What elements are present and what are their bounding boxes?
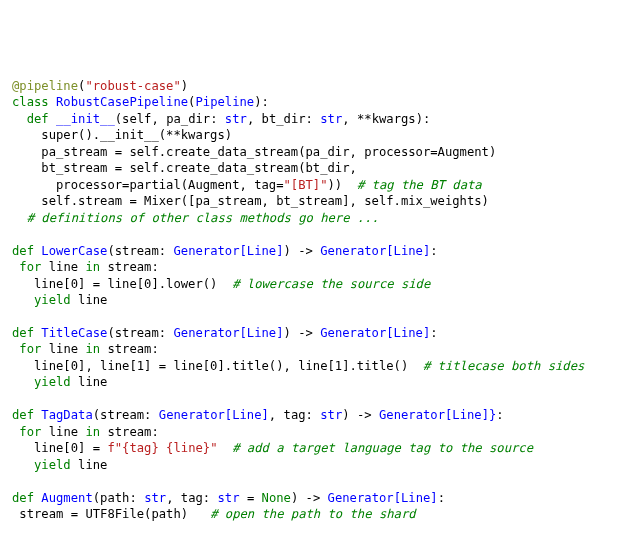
fstr-open: f"	[107, 441, 122, 455]
colon: :	[151, 260, 158, 274]
eq: =	[240, 491, 262, 505]
paren: )	[181, 79, 188, 93]
bt-tag-str: "[BT]"	[284, 178, 328, 192]
code-block: @pipeline("robust-case") class RobustCas…	[12, 78, 628, 538]
mix-rhs: Mixer([pa_stream, bt_stream], self.mix_w…	[144, 194, 489, 208]
colon: :	[438, 491, 445, 505]
decorator-name: @pipeline	[12, 79, 78, 93]
colon: :	[306, 112, 321, 126]
super-call: super().__init__(**kwargs)	[41, 128, 232, 142]
type-str: str	[320, 408, 342, 422]
paren: (	[107, 244, 114, 258]
kw-def: def	[12, 326, 34, 340]
ret-type: Generator[Line]	[320, 326, 430, 340]
fstr-body: {tag} {line}	[122, 441, 210, 455]
lc-comment: # lowercase the source side	[232, 277, 430, 291]
kw-def: def	[12, 491, 34, 505]
tc-yield: line	[78, 375, 107, 389]
augment-open: stream = UTF8File(path)	[19, 507, 188, 521]
bt-rhs-2b: ))	[328, 178, 343, 192]
arrow: ) ->	[342, 408, 379, 422]
fn-tagdata: TagData	[41, 408, 92, 422]
param-self: self	[122, 112, 151, 126]
open-comment: # open the path to the shard	[210, 507, 415, 521]
kw-def: def	[12, 244, 34, 258]
class-name: RobustCasePipeline	[56, 95, 188, 109]
type-gen: Generator[Line]	[173, 326, 283, 340]
bt-comment: # tag the BT data	[357, 178, 482, 192]
kw-for: for	[19, 260, 41, 274]
fn-augment: Augment	[41, 491, 92, 505]
colon: :	[430, 326, 437, 340]
comma: ,	[151, 112, 166, 126]
type-str: str	[144, 491, 166, 505]
bt-rhs-1: self.create_data_stream(bt_dir,	[129, 161, 356, 175]
kw-in: in	[85, 425, 100, 439]
kw-yield: yield	[34, 458, 71, 472]
decorator-arg: "robust-case"	[85, 79, 180, 93]
colon: :	[129, 491, 144, 505]
param-path: path	[100, 491, 129, 505]
init-name: __init__	[56, 112, 115, 126]
colon: ):	[254, 95, 269, 109]
stream-ref: stream	[107, 425, 151, 439]
colon: :	[151, 342, 158, 356]
tc-comment: # titlecase both sides	[423, 359, 584, 373]
ret-type: Generator[Line]	[328, 491, 438, 505]
paren: (	[93, 408, 100, 422]
eq: =	[85, 441, 107, 455]
arrow: ) ->	[291, 491, 328, 505]
tc-assign: line[0], line[1] = line[0].title(), line…	[34, 359, 408, 373]
kw-def: def	[27, 112, 49, 126]
colon: :	[203, 491, 218, 505]
eq: =	[107, 145, 129, 159]
colon: :	[430, 244, 437, 258]
fn-titlecase: TitleCase	[41, 326, 107, 340]
paren: (	[115, 112, 122, 126]
type-str: str	[218, 491, 240, 505]
comma: ,	[269, 408, 284, 422]
eq: =	[122, 194, 144, 208]
lc-assign: line[0] = line[0].lower()	[34, 277, 217, 291]
colon: :	[151, 425, 158, 439]
fn-lowercase: LowerCase	[41, 244, 107, 258]
colon: :	[144, 408, 159, 422]
type-gen: Generator[Line]	[173, 244, 283, 258]
td-lhs: line[0]	[34, 441, 85, 455]
param-tag: tag	[181, 491, 203, 505]
type-str: str	[320, 112, 342, 126]
td-yield: line	[78, 458, 107, 472]
kw-def: def	[12, 408, 34, 422]
param-stream: stream	[100, 408, 144, 422]
param-stream: stream	[115, 244, 159, 258]
comma: ,	[342, 112, 357, 126]
stream-ref: stream	[107, 342, 151, 356]
kw-yield: yield	[34, 375, 71, 389]
comma: ,	[166, 491, 181, 505]
type-gen: Generator[Line]	[159, 408, 269, 422]
colon: :	[159, 326, 174, 340]
class-trailing-comment: # definitions of other class methods go …	[27, 211, 379, 225]
arrow: ) ->	[284, 326, 321, 340]
param-stream: stream	[115, 326, 159, 340]
colon: :	[496, 408, 503, 422]
kw-class: class	[12, 95, 49, 109]
none: None	[262, 491, 291, 505]
ret-type: Generator[Line]}	[379, 408, 496, 422]
mix-lhs: self.stream	[41, 194, 122, 208]
colon: :	[306, 408, 321, 422]
colon: :	[159, 244, 174, 258]
type-str: str	[225, 112, 247, 126]
param-bt-dir: bt_dir	[262, 112, 306, 126]
stream-ref: stream	[107, 260, 151, 274]
lc-yield: line	[78, 293, 107, 307]
loop-var: line	[49, 260, 78, 274]
ret-type: Generator[Line]	[320, 244, 430, 258]
base-class: Pipeline	[195, 95, 254, 109]
colon: ):	[416, 112, 431, 126]
kw-in: in	[85, 342, 100, 356]
param-pa-dir: pa_dir	[166, 112, 210, 126]
bt-lhs: bt_stream	[41, 161, 107, 175]
arrow: ) ->	[284, 244, 321, 258]
pa-lhs: pa_stream	[41, 145, 107, 159]
